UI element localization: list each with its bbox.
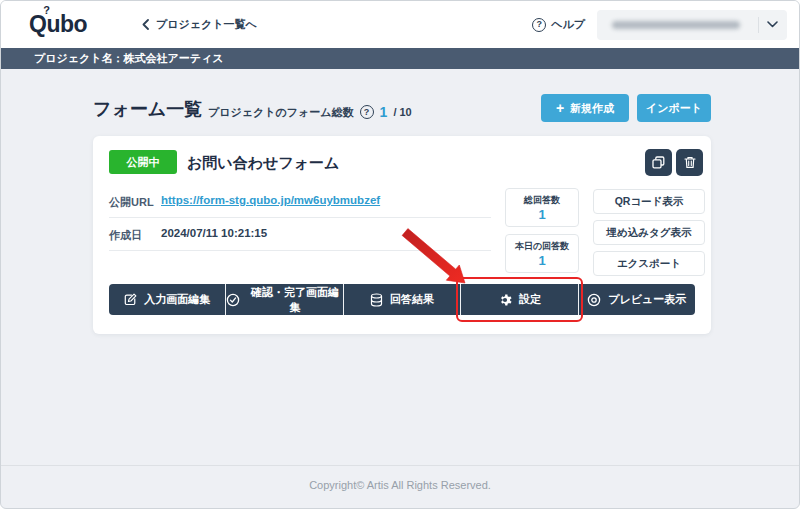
- today-answers-label: 本日の回答数: [515, 240, 569, 253]
- form-action-bar: 入力画面編集 確認・完了画面編集: [109, 284, 695, 315]
- account-dropdown[interactable]: [597, 10, 787, 40]
- public-url-link[interactable]: https://form-stg.qubo.jp/mw6uybmubzef: [161, 194, 380, 206]
- embed-tag-button[interactable]: 埋め込みタグ表示: [593, 220, 705, 245]
- settings-button[interactable]: 設定: [460, 284, 577, 315]
- footer-divider: [1, 465, 799, 466]
- edit-input-screen-label: 入力画面編集: [144, 292, 210, 307]
- back-to-project-list-link[interactable]: プロジェクト一覧へ: [142, 17, 257, 32]
- total-answers-label: 総回答数: [524, 194, 560, 207]
- project-name-label: プロジェクト名：株式会社アーティス: [34, 51, 224, 66]
- chevron-down-icon: [767, 21, 778, 28]
- plus-icon: +: [556, 101, 564, 115]
- help-label: ヘルプ: [551, 17, 585, 32]
- app-window: Q?ubo プロジェクト一覧へ ? ヘルプ プロジェクト名：株式会社アーティス: [0, 0, 800, 509]
- export-button[interactable]: エクスポート: [593, 251, 705, 276]
- duplicate-form-button[interactable]: [645, 149, 672, 176]
- preview-eye-icon: [587, 293, 601, 307]
- divider: [109, 250, 491, 251]
- preview-button[interactable]: プレビュー表示: [578, 284, 695, 315]
- form-count-value: 1: [380, 104, 388, 120]
- project-name-bar: プロジェクト名：株式会社アーティス: [1, 48, 799, 69]
- help-question-icon: ?: [532, 18, 546, 32]
- back-link-label: プロジェクト一覧へ: [156, 17, 257, 32]
- check-circle-icon: [226, 293, 240, 307]
- logo-face-eyes: [34, 22, 37, 25]
- chevron-left-icon: [142, 19, 149, 30]
- status-badge: 公開中: [109, 150, 177, 174]
- qr-code-button[interactable]: QRコード表示: [593, 189, 705, 214]
- help-link[interactable]: ? ヘルプ: [532, 17, 585, 32]
- form-count-help-icon[interactable]: ?: [360, 105, 374, 119]
- copy-icon: [652, 156, 665, 169]
- page-title: フォーム一覧: [93, 97, 202, 121]
- today-answers-value: 1: [538, 254, 545, 267]
- create-form-button[interactable]: + 新規作成: [541, 94, 629, 122]
- create-form-label: 新規作成: [570, 101, 614, 116]
- form-count-label: プロジェクトのフォーム総数: [208, 105, 354, 120]
- delete-form-button[interactable]: [676, 149, 703, 176]
- edit-input-screen-button[interactable]: 入力画面編集: [109, 284, 225, 315]
- logo-question-mark: ?: [43, 5, 49, 16]
- account-email-blurred: [612, 21, 740, 29]
- qubo-logo[interactable]: Q?ubo: [29, 13, 87, 36]
- logo-rest: ubo: [46, 11, 87, 37]
- created-date-label: 作成日: [109, 228, 142, 243]
- trash-icon: [684, 156, 696, 169]
- database-icon: [370, 293, 383, 307]
- form-count: プロジェクトのフォーム総数 ? 1 / 10: [208, 104, 412, 120]
- edit-pencil-icon: [124, 293, 137, 306]
- preview-label: プレビュー表示: [608, 292, 686, 307]
- answer-results-button[interactable]: 回答結果: [343, 284, 460, 315]
- copyright-text: Copyright© Artis All Rights Reserved.: [1, 479, 799, 491]
- divider: [109, 217, 491, 218]
- form-title: お問い合わせフォーム: [187, 154, 339, 173]
- top-header: Q?ubo プロジェクト一覧へ ? ヘルプ: [1, 1, 799, 48]
- created-date-value: 2024/07/11 10:21:15: [161, 227, 267, 239]
- settings-label: 設定: [519, 292, 541, 307]
- edit-confirm-screen-label: 確認・完了画面編集: [247, 285, 342, 315]
- form-count-total: / 10: [393, 106, 411, 118]
- form-card: 公開中 お問い合わせフォーム 公開URL https://form-st: [93, 136, 711, 334]
- today-answers-stat: 本日の回答数 1: [505, 234, 579, 273]
- gear-icon: [498, 293, 512, 307]
- import-button[interactable]: インポート: [637, 94, 711, 122]
- public-url-label: 公開URL: [109, 195, 154, 210]
- answer-results-label: 回答結果: [390, 292, 434, 307]
- account-divider: [758, 17, 759, 33]
- edit-confirm-screen-button[interactable]: 確認・完了画面編集: [225, 284, 342, 315]
- import-label: インポート: [646, 101, 702, 116]
- total-answers-value: 1: [538, 208, 545, 221]
- total-answers-stat: 総回答数 1: [505, 188, 579, 227]
